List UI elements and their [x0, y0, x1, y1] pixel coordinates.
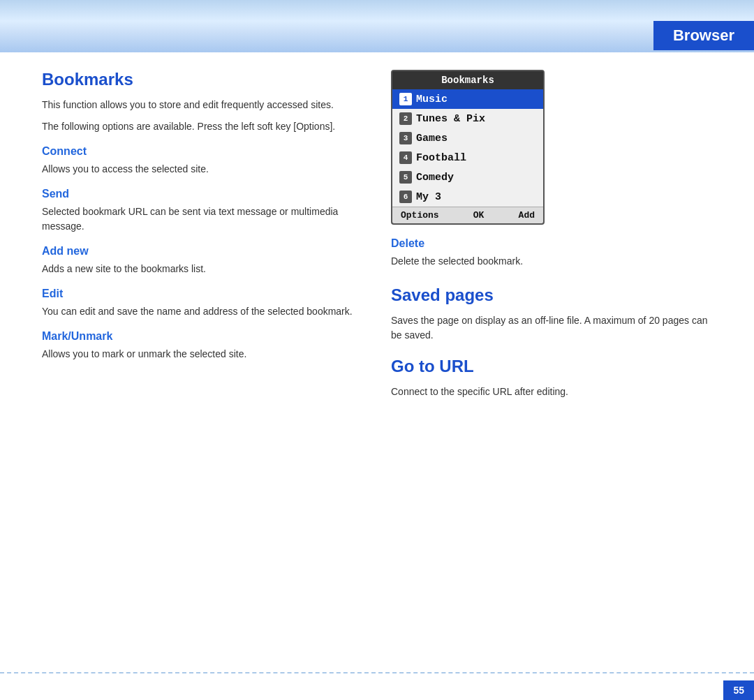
bookmark-label-5: Comedy: [416, 172, 454, 184]
add-new-desc: Adds a new site to the bookmarks list.: [42, 262, 363, 276]
goto-url-desc: Connect to the specific URL after editin…: [391, 385, 712, 399]
right-column: Bookmarks 1 Music 2 Tunes & Pix 3 Games …: [391, 63, 712, 662]
connect-title: Connect: [42, 145, 363, 158]
edit-title: Edit: [42, 288, 363, 300]
delete-desc: Delete the selected bookmark.: [391, 254, 712, 269]
edit-desc: You can edit and save the name and addre…: [42, 304, 363, 319]
delete-title: Delete: [391, 237, 712, 250]
mark-unmark-title: Mark/Unmark: [42, 330, 363, 343]
page-number: 55: [723, 680, 754, 700]
send-desc: Selected bookmark URL can be sent via te…: [42, 204, 363, 234]
header-title: Browser: [653, 21, 754, 50]
bookmark-item-1[interactable]: 1 Music: [392, 89, 543, 109]
bookmarks-desc1: This function allows you to store and ed…: [42, 98, 363, 112]
bookmark-label-3: Games: [416, 133, 448, 144]
bookmark-item-4[interactable]: 4 Football: [392, 148, 543, 167]
bookmark-item-3[interactable]: 3 Games: [392, 128, 543, 148]
screen-footer: Options OK Add: [392, 207, 543, 223]
send-title: Send: [42, 188, 363, 200]
bookmark-item-6[interactable]: 6 My 3: [392, 187, 543, 207]
screen-header: Bookmarks: [392, 71, 543, 89]
header-bar: [0, 0, 754, 52]
saved-pages-title: Saved pages: [391, 285, 712, 305]
bookmark-item-5[interactable]: 5 Comedy: [392, 167, 543, 187]
footer-ok[interactable]: OK: [473, 210, 485, 221]
main-content: Bookmarks This function allows you to st…: [42, 63, 712, 662]
bookmark-label-1: Music: [416, 94, 448, 105]
bookmark-label-6: My 3: [416, 191, 441, 203]
footer-options[interactable]: Options: [401, 210, 439, 221]
footer-bar: [0, 672, 754, 700]
bookmark-num-5: 5: [399, 171, 412, 184]
bookmark-num-4: 4: [399, 151, 412, 164]
bookmark-num-3: 3: [399, 132, 412, 144]
bookmarks-title: Bookmarks: [42, 70, 363, 89]
left-column: Bookmarks This function allows you to st…: [42, 63, 363, 662]
bookmarks-desc2: The following options are available. Pre…: [42, 119, 363, 134]
bookmark-num-6: 6: [399, 191, 412, 203]
phone-screen: Bookmarks 1 Music 2 Tunes & Pix 3 Games …: [391, 70, 545, 225]
saved-pages-desc: Saves the page on display as an off-line…: [391, 313, 712, 343]
bookmark-label-2: Tunes & Pix: [416, 113, 485, 125]
add-new-title: Add new: [42, 245, 363, 258]
bookmark-num-2: 2: [399, 112, 412, 125]
bookmark-item-2[interactable]: 2 Tunes & Pix: [392, 109, 543, 128]
footer-add[interactable]: Add: [519, 210, 535, 221]
goto-url-title: Go to URL: [391, 357, 712, 376]
bookmark-label-4: Football: [416, 152, 466, 164]
bookmark-num-1: 1: [399, 93, 412, 105]
mark-unmark-desc: Allows you to mark or unmark the selecte…: [42, 347, 363, 362]
screen-body: 1 Music 2 Tunes & Pix 3 Games 4 Football…: [392, 89, 543, 207]
connect-desc: Allows you to access the selected site.: [42, 162, 363, 177]
